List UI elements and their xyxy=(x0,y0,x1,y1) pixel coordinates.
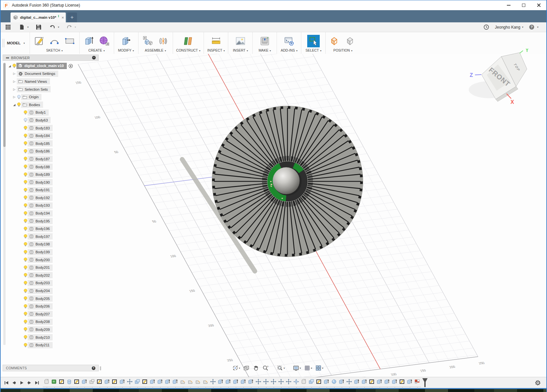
timeline-settings-gear-icon[interactable] xyxy=(535,380,541,386)
green-box-feature[interactable] xyxy=(50,379,58,386)
extrude-feature[interactable] xyxy=(103,379,111,386)
redo-icon[interactable] xyxy=(65,24,73,31)
tree-row-body198[interactable]: Body198 xyxy=(7,241,99,248)
chamfer-feature[interactable] xyxy=(186,379,194,386)
extrude-feature[interactable] xyxy=(239,379,247,386)
visibility-bulb-icon[interactable] xyxy=(23,281,28,286)
workspace-switcher[interactable]: MODEL ▾ xyxy=(1,32,30,54)
sketch-feature[interactable] xyxy=(368,379,376,386)
tree-item-label[interactable]: Body198 xyxy=(36,242,50,246)
tree-row-body185[interactable]: Body185 xyxy=(7,140,99,148)
tree-row-body211[interactable]: Body211 xyxy=(7,341,99,349)
tree-row-body200[interactable]: Body200 xyxy=(7,256,99,264)
tree-row-body203[interactable]: Body203 xyxy=(7,279,99,287)
display-settings-tool[interactable]: ▾ xyxy=(292,364,302,372)
tree-row-body205[interactable]: Body205 xyxy=(7,295,99,303)
user-menu[interactable]: Jeongho Kang▾ xyxy=(495,25,523,30)
move-feature[interactable] xyxy=(277,379,285,386)
sketch-feature[interactable] xyxy=(73,379,81,386)
ribbon-group-label[interactable]: MAKE xyxy=(259,48,268,52)
apps-grid-icon[interactable] xyxy=(4,24,12,31)
root-component-label[interactable]: digital_clock_main v10 xyxy=(24,64,64,68)
tree-item-label[interactable]: Body196 xyxy=(36,227,50,231)
visibility-bulb-icon[interactable] xyxy=(17,102,21,107)
help-menu[interactable]: ?▾ xyxy=(528,24,538,31)
component-feature[interactable] xyxy=(413,379,421,386)
tree-row-document-settings[interactable]: ▷Document Settings xyxy=(7,70,99,78)
minimize-button[interactable] xyxy=(501,0,516,10)
step-forward-button[interactable] xyxy=(27,380,32,385)
tree-row-body187[interactable]: Body187 xyxy=(7,155,99,163)
sketch-create-icon[interactable] xyxy=(33,35,46,47)
pattern-feature[interactable] xyxy=(292,379,300,386)
activate-component-radio[interactable] xyxy=(68,64,73,68)
tree-item-label[interactable]: Body1 xyxy=(36,110,46,114)
look-at-tool[interactable] xyxy=(242,364,251,372)
chamfer-feature[interactable] xyxy=(202,379,209,386)
tree-row-body188[interactable]: Body188 xyxy=(7,163,99,171)
tree-item-label[interactable]: Bodies xyxy=(29,103,40,107)
tree-row-origin[interactable]: ▷Origin xyxy=(7,93,99,101)
ribbon-group-label[interactable]: CREATE xyxy=(88,48,102,52)
visibility-bulb-icon[interactable] xyxy=(23,203,28,208)
extrude-feature[interactable] xyxy=(353,379,361,386)
visibility-bulb-icon[interactable] xyxy=(23,188,28,193)
image-icon[interactable] xyxy=(234,35,247,47)
ribbon-group-label[interactable]: MODIFY xyxy=(118,48,132,52)
extrude-feature[interactable] xyxy=(391,379,398,386)
box-feature[interactable] xyxy=(43,379,50,386)
tree-item-label[interactable]: Body191 xyxy=(36,188,50,192)
maximize-button[interactable] xyxy=(516,0,531,10)
close-button[interactable] xyxy=(531,0,546,10)
visibility-bulb-icon[interactable] xyxy=(23,126,28,130)
tree-row-body210[interactable]: Body210 xyxy=(7,334,99,341)
visibility-bulb-icon[interactable] xyxy=(23,226,28,231)
rectangle-icon[interactable] xyxy=(63,35,76,47)
go-to-start-button[interactable] xyxy=(4,380,9,385)
tree-row-body196[interactable]: Body196 xyxy=(7,225,99,233)
tree-item-label[interactable]: Body63 xyxy=(36,118,48,122)
ribbon-group-label[interactable]: CONSTRUCT xyxy=(176,48,198,52)
visibility-bulb-icon[interactable] xyxy=(23,311,28,316)
extrude-feature[interactable] xyxy=(376,379,383,386)
visibility-bulb-icon[interactable] xyxy=(23,288,28,293)
measure-icon[interactable] xyxy=(210,35,222,47)
ribbon-group-label[interactable]: SKETCH xyxy=(46,48,60,52)
expander-icon[interactable]: ◢ xyxy=(7,64,12,68)
tree-row-named-views[interactable]: ▷Named Views xyxy=(7,78,99,85)
tree-row-body186[interactable]: Body186 xyxy=(7,148,99,155)
visibility-bulb-icon[interactable] xyxy=(23,172,28,177)
visibility-bulb-icon[interactable] xyxy=(23,219,28,223)
visibility-bulb-icon[interactable] xyxy=(23,319,28,324)
print3d-icon[interactable] xyxy=(259,35,271,47)
visibility-bulb-icon[interactable] xyxy=(23,327,28,332)
tree-row-body208[interactable]: Body208 xyxy=(7,318,99,326)
ribbon-group-label[interactable]: SELECT xyxy=(306,48,319,52)
sphere-feature[interactable] xyxy=(330,379,338,386)
move-feature[interactable] xyxy=(255,379,262,386)
sketch-feature[interactable] xyxy=(315,379,323,386)
undo-caret[interactable]: ▾ xyxy=(58,26,59,29)
extrude-feature[interactable] xyxy=(171,379,179,386)
sketch-feature[interactable] xyxy=(58,379,65,386)
tree-item-label[interactable]: Body204 xyxy=(36,289,50,293)
tree-item-label[interactable]: Body205 xyxy=(36,297,50,301)
visibility-bulb-icon[interactable] xyxy=(23,164,28,169)
move-feature[interactable] xyxy=(285,379,292,386)
tree-item-label[interactable]: Named Views xyxy=(25,80,47,83)
ribbon-group-label[interactable]: ADD-INS xyxy=(281,48,295,52)
visibility-bulb-icon[interactable] xyxy=(23,211,28,216)
visibility-bulb-icon[interactable] xyxy=(23,304,28,309)
tree-row-body190[interactable]: Body190 xyxy=(7,178,99,186)
visibility-bulb-icon[interactable] xyxy=(23,156,28,161)
tree-item-label[interactable]: Origin xyxy=(29,95,38,99)
tree-item-label[interactable]: Body201 xyxy=(36,265,50,269)
scripts-icon[interactable] xyxy=(283,35,295,47)
go-to-end-button[interactable] xyxy=(34,380,39,385)
expander-icon[interactable]: ◢ xyxy=(12,103,17,106)
extrude-feature[interactable] xyxy=(81,379,88,386)
pan-tool[interactable] xyxy=(252,364,260,372)
move-feature[interactable] xyxy=(126,379,134,386)
extrude-feature[interactable] xyxy=(217,379,224,386)
visibility-bulb-icon[interactable] xyxy=(23,234,28,239)
